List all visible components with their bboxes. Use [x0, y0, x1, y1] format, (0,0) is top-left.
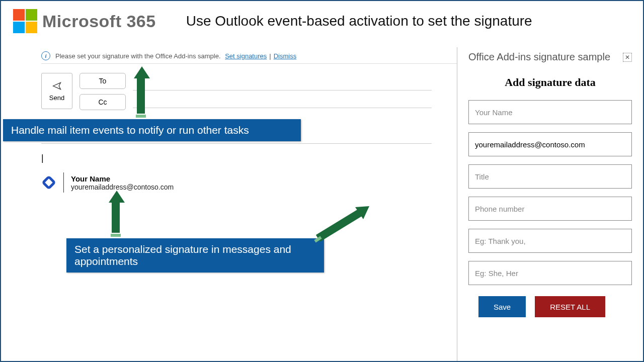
notification-text: Please set your signature with the Offic… [55, 52, 221, 60]
arrow-up-icon [134, 66, 148, 118]
signature-preview: Your Name youremailaddress@contoso.com [41, 172, 457, 193]
set-signatures-link[interactable]: Set signatures [225, 52, 267, 60]
separator: | [269, 52, 271, 60]
dismiss-link[interactable]: Dismiss [274, 52, 297, 60]
ms-logo-icon [13, 9, 37, 33]
signature-email: youremailaddress@contoso.com [71, 183, 174, 191]
taskpane-heading: Add signature data [468, 76, 632, 89]
save-button[interactable]: Save [478, 296, 526, 317]
cc-button[interactable]: Cc [79, 94, 126, 110]
taskpane-title: Office Add-ins signature sample [468, 51, 610, 63]
name-field[interactable] [468, 100, 632, 124]
close-icon[interactable]: ✕ [623, 53, 632, 62]
send-icon [52, 81, 62, 91]
pronoun-field[interactable] [468, 261, 632, 285]
arrow-diagonal-icon [313, 203, 373, 243]
info-icon: i [41, 51, 50, 60]
to-field[interactable] [133, 73, 432, 90]
callout-events: Handle mail item events to notify or run… [3, 119, 301, 141]
page-title: Use Outlook event-based activation to se… [186, 13, 532, 29]
greeting-field[interactable] [468, 229, 632, 253]
email-field[interactable] [468, 132, 632, 156]
signature-name: Your Name [71, 174, 174, 183]
body-cursor: | [41, 153, 457, 163]
title-field[interactable] [468, 164, 632, 189]
svg-rect-0 [43, 177, 55, 189]
arrow-up-icon [109, 191, 123, 237]
logo-text: Microsoft 365 [42, 12, 156, 31]
notification-bar: i Please set your signature with the Off… [41, 51, 457, 64]
send-label: Send [49, 94, 64, 102]
cc-field[interactable] [133, 90, 432, 108]
reset-all-button[interactable]: RESET ALL [535, 296, 605, 317]
svg-line-1 [318, 211, 363, 238]
phone-field[interactable] [468, 197, 632, 221]
to-button[interactable]: To [79, 73, 126, 89]
callout-signature: Set a personalized signature in messages… [66, 238, 324, 273]
send-button[interactable]: Send [41, 73, 72, 109]
diamond-icon [41, 175, 56, 190]
